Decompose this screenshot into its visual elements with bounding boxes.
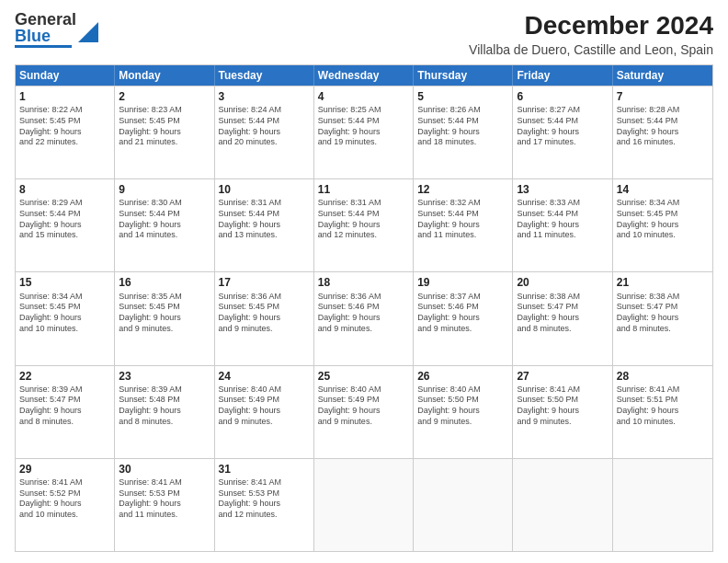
cal-row-4: 22Sunrise: 8:39 AM Sunset: 5:47 PM Dayli… [16, 365, 712, 458]
cal-row-1: 1Sunrise: 8:22 AM Sunset: 5:45 PM Daylig… [16, 86, 712, 178]
header: General Blue December 2024 Villalba de D… [15, 11, 713, 57]
table-row: 19Sunrise: 8:37 AM Sunset: 5:46 PM Dayli… [414, 272, 513, 364]
day-number: 3 [219, 89, 310, 104]
day-number: 9 [119, 182, 210, 197]
table-row: 30Sunrise: 8:41 AM Sunset: 5:53 PM Dayli… [115, 459, 214, 551]
cell-info: Sunrise: 8:31 AM Sunset: 5:44 PM Dayligh… [318, 198, 409, 241]
table-row: 25Sunrise: 8:40 AM Sunset: 5:49 PM Dayli… [314, 366, 414, 458]
table-row: 21Sunrise: 8:38 AM Sunset: 5:47 PM Dayli… [613, 272, 712, 364]
table-row: 16Sunrise: 8:35 AM Sunset: 5:45 PM Dayli… [115, 272, 214, 364]
cell-info: Sunrise: 8:26 AM Sunset: 5:44 PM Dayligh… [417, 105, 508, 148]
table-row: 14Sunrise: 8:34 AM Sunset: 5:45 PM Dayli… [613, 179, 712, 271]
header-thursday: Thursday [414, 65, 513, 86]
cell-info: Sunrise: 8:33 AM Sunset: 5:44 PM Dayligh… [517, 198, 608, 241]
cell-info: Sunrise: 8:37 AM Sunset: 5:46 PM Dayligh… [417, 292, 508, 335]
cell-info: Sunrise: 8:28 AM Sunset: 5:44 PM Dayligh… [617, 105, 709, 148]
logo-arrow-icon [78, 22, 98, 42]
calendar: Sunday Monday Tuesday Wednesday Thursday… [15, 64, 713, 552]
table-row: 7Sunrise: 8:28 AM Sunset: 5:44 PM Daylig… [613, 86, 712, 178]
cal-row-5: 29Sunrise: 8:41 AM Sunset: 5:52 PM Dayli… [16, 458, 712, 551]
day-number: 26 [417, 369, 508, 384]
cell-info: Sunrise: 8:35 AM Sunset: 5:45 PM Dayligh… [119, 292, 210, 335]
table-row: 17Sunrise: 8:36 AM Sunset: 5:45 PM Dayli… [215, 272, 314, 364]
cell-info: Sunrise: 8:36 AM Sunset: 5:45 PM Dayligh… [219, 292, 310, 335]
page-title: December 2024 [469, 11, 713, 40]
day-number: 23 [119, 369, 210, 384]
table-row: 22Sunrise: 8:39 AM Sunset: 5:47 PM Dayli… [16, 366, 115, 458]
table-row: 8Sunrise: 8:29 AM Sunset: 5:44 PM Daylig… [16, 179, 115, 271]
day-number: 11 [318, 182, 409, 197]
day-number: 16 [119, 275, 210, 290]
logo-line [15, 45, 72, 48]
calendar-header: Sunday Monday Tuesday Wednesday Thursday… [16, 65, 712, 86]
logo-blue: Blue [15, 27, 51, 45]
day-number: 14 [617, 182, 709, 197]
day-number: 1 [19, 89, 110, 104]
day-number: 21 [617, 275, 709, 290]
cell-info: Sunrise: 8:34 AM Sunset: 5:45 PM Dayligh… [19, 292, 110, 335]
cell-info: Sunrise: 8:41 AM Sunset: 5:51 PM Dayligh… [617, 385, 709, 428]
cell-info: Sunrise: 8:30 AM Sunset: 5:44 PM Dayligh… [119, 198, 210, 241]
day-number: 30 [119, 462, 210, 477]
calendar-body: 1Sunrise: 8:22 AM Sunset: 5:45 PM Daylig… [16, 86, 712, 551]
header-friday: Friday [513, 65, 612, 86]
table-row [314, 459, 414, 551]
cell-info: Sunrise: 8:34 AM Sunset: 5:45 PM Dayligh… [617, 198, 709, 241]
table-row: 27Sunrise: 8:41 AM Sunset: 5:50 PM Dayli… [513, 366, 612, 458]
logo-text: General Blue [15, 11, 76, 44]
table-row: 28Sunrise: 8:41 AM Sunset: 5:51 PM Dayli… [613, 366, 712, 458]
day-number: 2 [119, 89, 210, 104]
day-number: 7 [617, 89, 709, 104]
table-row: 6Sunrise: 8:27 AM Sunset: 5:44 PM Daylig… [513, 86, 612, 178]
table-row: 29Sunrise: 8:41 AM Sunset: 5:52 PM Dayli… [16, 459, 115, 551]
logo-general: General [15, 10, 76, 29]
day-number: 18 [318, 275, 409, 290]
cell-info: Sunrise: 8:39 AM Sunset: 5:47 PM Dayligh… [19, 385, 110, 428]
table-row: 5Sunrise: 8:26 AM Sunset: 5:44 PM Daylig… [414, 86, 513, 178]
logo: General Blue [15, 11, 98, 48]
cell-info: Sunrise: 8:23 AM Sunset: 5:45 PM Dayligh… [119, 105, 210, 148]
cell-info: Sunrise: 8:38 AM Sunset: 5:47 PM Dayligh… [617, 292, 709, 335]
cell-info: Sunrise: 8:36 AM Sunset: 5:46 PM Dayligh… [318, 292, 409, 335]
day-number: 20 [517, 275, 608, 290]
table-row: 3Sunrise: 8:24 AM Sunset: 5:44 PM Daylig… [215, 86, 314, 178]
table-row: 11Sunrise: 8:31 AM Sunset: 5:44 PM Dayli… [314, 179, 414, 271]
table-row: 26Sunrise: 8:40 AM Sunset: 5:50 PM Dayli… [414, 366, 513, 458]
table-row: 10Sunrise: 8:31 AM Sunset: 5:44 PM Dayli… [215, 179, 314, 271]
day-number: 24 [219, 369, 310, 384]
day-number: 13 [517, 182, 608, 197]
cell-info: Sunrise: 8:41 AM Sunset: 5:50 PM Dayligh… [517, 385, 608, 428]
cell-info: Sunrise: 8:40 AM Sunset: 5:50 PM Dayligh… [417, 385, 508, 428]
day-number: 10 [219, 182, 310, 197]
table-row: 15Sunrise: 8:34 AM Sunset: 5:45 PM Dayli… [16, 272, 115, 364]
cal-row-3: 15Sunrise: 8:34 AM Sunset: 5:45 PM Dayli… [16, 271, 712, 364]
day-number: 8 [19, 182, 110, 197]
day-number: 28 [617, 369, 709, 384]
cell-info: Sunrise: 8:25 AM Sunset: 5:44 PM Dayligh… [318, 105, 409, 148]
day-number: 12 [417, 182, 508, 197]
table-row: 13Sunrise: 8:33 AM Sunset: 5:44 PM Dayli… [513, 179, 612, 271]
table-row [513, 459, 612, 551]
cell-info: Sunrise: 8:41 AM Sunset: 5:53 PM Dayligh… [119, 477, 210, 521]
table-row: 18Sunrise: 8:36 AM Sunset: 5:46 PM Dayli… [314, 272, 414, 364]
table-row: 23Sunrise: 8:39 AM Sunset: 5:48 PM Dayli… [115, 366, 214, 458]
svg-marker-0 [78, 22, 98, 42]
header-monday: Monday [115, 65, 214, 86]
cell-info: Sunrise: 8:40 AM Sunset: 5:49 PM Dayligh… [318, 385, 409, 428]
header-tuesday: Tuesday [215, 65, 314, 86]
cell-info: Sunrise: 8:24 AM Sunset: 5:44 PM Dayligh… [219, 105, 310, 148]
cell-info: Sunrise: 8:32 AM Sunset: 5:44 PM Dayligh… [417, 198, 508, 241]
cell-info: Sunrise: 8:41 AM Sunset: 5:52 PM Dayligh… [19, 477, 110, 521]
day-number: 4 [318, 89, 409, 104]
table-row: 12Sunrise: 8:32 AM Sunset: 5:44 PM Dayli… [414, 179, 513, 271]
cell-info: Sunrise: 8:27 AM Sunset: 5:44 PM Dayligh… [517, 105, 608, 148]
cell-info: Sunrise: 8:38 AM Sunset: 5:47 PM Dayligh… [517, 292, 608, 335]
page: General Blue December 2024 Villalba de D… [0, 0, 728, 563]
table-row: 4Sunrise: 8:25 AM Sunset: 5:44 PM Daylig… [314, 86, 414, 178]
day-number: 5 [417, 89, 508, 104]
cell-info: Sunrise: 8:41 AM Sunset: 5:53 PM Dayligh… [219, 477, 310, 521]
table-row: 20Sunrise: 8:38 AM Sunset: 5:47 PM Dayli… [513, 272, 612, 364]
cell-info: Sunrise: 8:40 AM Sunset: 5:49 PM Dayligh… [219, 385, 310, 428]
cell-info: Sunrise: 8:31 AM Sunset: 5:44 PM Dayligh… [219, 198, 310, 241]
page-subtitle: Villalba de Duero, Castille and Leon, Sp… [469, 42, 713, 57]
